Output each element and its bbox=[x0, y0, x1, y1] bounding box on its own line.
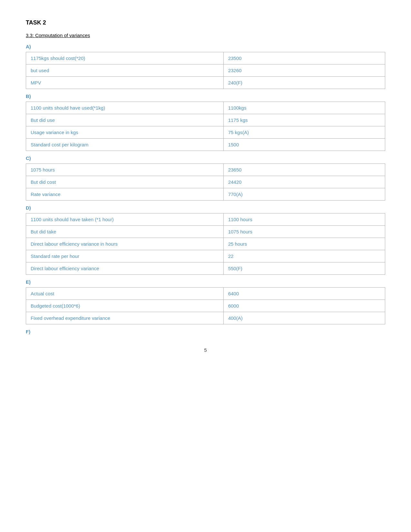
cell-value: 1075 hours bbox=[223, 226, 385, 238]
table-row: But did use1175 kgs bbox=[26, 114, 385, 126]
section-label-c: C) bbox=[26, 155, 385, 161]
section-heading: 3.3: Computation of variances bbox=[26, 33, 385, 38]
section-label-a: A) bbox=[26, 44, 385, 49]
cell-label: 1100 units should have used(*1kg) bbox=[26, 102, 224, 114]
cell-label: Direct labour efficiency variance bbox=[26, 262, 224, 275]
cell-value: 24420 bbox=[223, 176, 385, 188]
table-row: Usage variance in kgs75 kgs(A) bbox=[26, 126, 385, 139]
table-row: 1100 units should have taken (*1 hour)11… bbox=[26, 213, 385, 226]
cell-label: But did cost bbox=[26, 176, 224, 188]
cell-value: 770(A) bbox=[223, 188, 385, 201]
cell-value: 75 kgs(A) bbox=[223, 126, 385, 139]
cell-label: But did use bbox=[26, 114, 224, 126]
cell-value: 1175 kgs bbox=[223, 114, 385, 126]
cell-label: Rate variance bbox=[26, 188, 224, 201]
cell-value: 6400 bbox=[223, 288, 385, 300]
table-row: but used23260 bbox=[26, 64, 385, 77]
cell-value: 25 hours bbox=[223, 238, 385, 250]
table-row: Budgeted cost(1000*6)6000 bbox=[26, 300, 385, 312]
cell-label: 1075 hours bbox=[26, 164, 224, 176]
cell-value: 1100 hours bbox=[223, 213, 385, 226]
cell-value: 22 bbox=[223, 250, 385, 262]
table-row: Actual cost6400 bbox=[26, 288, 385, 300]
table-row: Rate variance770(A) bbox=[26, 188, 385, 201]
cell-value: 550(F) bbox=[223, 262, 385, 275]
section-label-b: B) bbox=[26, 94, 385, 99]
cell-value: 23500 bbox=[223, 52, 385, 64]
cell-label: Usage variance in kgs bbox=[26, 126, 224, 139]
table-row: Direct labour efficiency variance in hou… bbox=[26, 238, 385, 250]
table-row: Standard rate per hour22 bbox=[26, 250, 385, 262]
table-row: Standard cost per kilogram1500 bbox=[26, 139, 385, 151]
cell-label: 1175kgs should cost(*20) bbox=[26, 52, 224, 64]
table-row: MPV240(F) bbox=[26, 77, 385, 89]
table-d: 1100 units should have taken (*1 hour)11… bbox=[26, 213, 385, 275]
cell-value: 400(A) bbox=[223, 312, 385, 324]
table-row: Direct labour efficiency variance550(F) bbox=[26, 262, 385, 275]
section-label-d: D) bbox=[26, 205, 385, 211]
cell-value: 1500 bbox=[223, 139, 385, 151]
cell-label: 1100 units should have taken (*1 hour) bbox=[26, 213, 224, 226]
cell-label: Standard cost per kilogram bbox=[26, 139, 224, 151]
cell-label: but used bbox=[26, 64, 224, 77]
table-row: 1100 units should have used(*1kg)1100kgs bbox=[26, 102, 385, 114]
cell-label: But did take bbox=[26, 226, 224, 238]
cell-label: MPV bbox=[26, 77, 224, 89]
cell-value: 6000 bbox=[223, 300, 385, 312]
cell-label: Fixed overhead expenditure variance bbox=[26, 312, 224, 324]
cell-value: 23260 bbox=[223, 64, 385, 77]
page-number: 5 bbox=[26, 347, 385, 353]
table-e: Actual cost6400Budgeted cost(1000*6)6000… bbox=[26, 287, 385, 324]
section-label-f: F) bbox=[26, 329, 385, 334]
task-title: TASK 2 bbox=[26, 19, 385, 26]
section-label-e: E) bbox=[26, 279, 385, 285]
table-row: Fixed overhead expenditure variance400(A… bbox=[26, 312, 385, 324]
table-row: 1175kgs should cost(*20)23500 bbox=[26, 52, 385, 64]
table-row: But did take1075 hours bbox=[26, 226, 385, 238]
cell-label: Budgeted cost(1000*6) bbox=[26, 300, 224, 312]
table-b: 1100 units should have used(*1kg)1100kgs… bbox=[26, 102, 385, 151]
cell-value: 23650 bbox=[223, 164, 385, 176]
cell-value: 1100kgs bbox=[223, 102, 385, 114]
table-row: 1075 hours23650 bbox=[26, 164, 385, 176]
cell-value: 240(F) bbox=[223, 77, 385, 89]
table-row: But did cost24420 bbox=[26, 176, 385, 188]
cell-label: Actual cost bbox=[26, 288, 224, 300]
table-a: 1175kgs should cost(*20)23500but used232… bbox=[26, 52, 385, 89]
cell-label: Standard rate per hour bbox=[26, 250, 224, 262]
cell-label: Direct labour efficiency variance in hou… bbox=[26, 238, 224, 250]
table-c: 1075 hours23650But did cost24420Rate var… bbox=[26, 163, 385, 201]
